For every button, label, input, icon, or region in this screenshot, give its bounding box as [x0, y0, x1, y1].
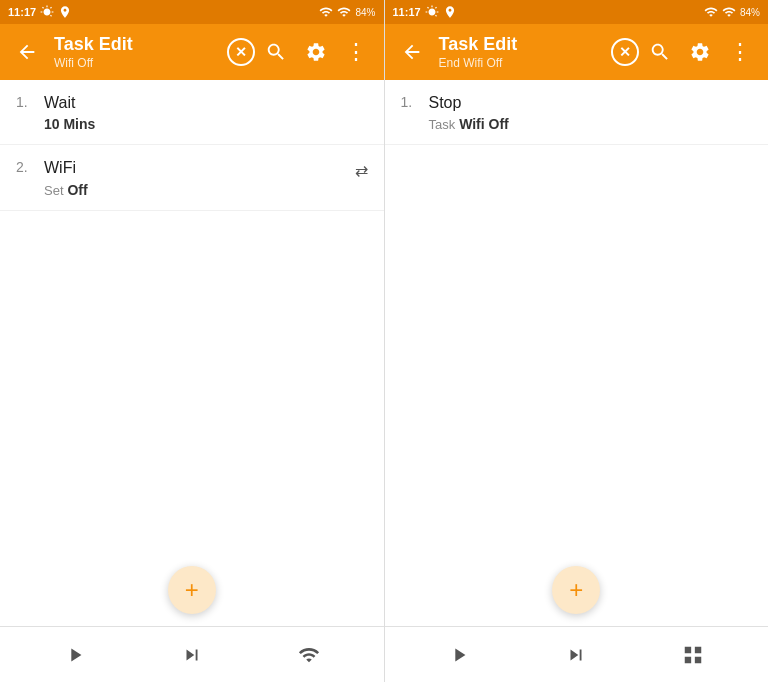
- task-item-right-1[interactable]: 1. Stop Task Wifi Off: [385, 80, 769, 145]
- play-button-right[interactable]: [440, 636, 478, 674]
- wifi-bottom-icon-left: [298, 644, 320, 666]
- panel-left: 11:17 84% Task Edit Wifi Off: [0, 0, 385, 682]
- location-icon-right: [443, 5, 457, 19]
- play-icon-left: [64, 644, 86, 666]
- alarm-icon-left: [40, 5, 54, 19]
- toolbar-actions-right: ✕ ⋮: [611, 31, 760, 73]
- task-detail-value-2: Off: [67, 182, 87, 198]
- close-button-left[interactable]: ✕: [227, 38, 255, 66]
- location-icon-left: [58, 5, 72, 19]
- task-detail-value-right-1: Wifi Off: [459, 116, 509, 132]
- settings-button-left[interactable]: [297, 33, 335, 71]
- task-content-right-1: Stop Task Wifi Off: [429, 92, 753, 132]
- more-button-right[interactable]: ⋮: [721, 31, 760, 73]
- status-left-group: 11:17: [8, 5, 72, 19]
- wifi-bottom-left[interactable]: [290, 636, 328, 674]
- task-number-right-1: 1.: [401, 92, 421, 110]
- toolbar-actions-left: ✕ ⋮: [227, 31, 376, 73]
- search-icon-left: [265, 41, 287, 63]
- task-detail-label-2: Set: [44, 183, 64, 198]
- wifi-icon-left: [337, 5, 351, 19]
- battery-right: 84%: [740, 7, 760, 18]
- skip-next-icon-left: [181, 644, 203, 666]
- skip-next-button-right[interactable]: [557, 636, 595, 674]
- status-right-group-left: 84%: [319, 5, 375, 19]
- play-icon-right: [448, 644, 470, 666]
- search-button-left[interactable]: [257, 33, 295, 71]
- task-number-2: 2.: [16, 157, 36, 175]
- task-detail-value-1: 10 Mins: [44, 116, 95, 132]
- alarm-icon-right: [425, 5, 439, 19]
- status-bar-left: 11:17 84%: [0, 0, 384, 24]
- toolbar-subtitle-left: Wifi Off: [54, 56, 223, 70]
- play-button-left[interactable]: [56, 636, 94, 674]
- search-icon-right: [649, 41, 671, 63]
- status-left-group-right: 11:17: [393, 5, 457, 19]
- task-detail-1: 10 Mins: [44, 116, 368, 132]
- toolbar-title-right: Task Edit End Wifi Off: [435, 34, 608, 70]
- grid-button-right[interactable]: [674, 636, 712, 674]
- skip-next-icon-right: [565, 644, 587, 666]
- back-icon-right: [401, 41, 423, 63]
- toolbar-subtitle-right: End Wifi Off: [439, 56, 608, 70]
- close-button-right[interactable]: ✕: [611, 38, 639, 66]
- panel-right: 11:17 84% Task Edit End Wifi Off ✕: [385, 0, 769, 682]
- settings-icon-left: [305, 41, 327, 63]
- settings-button-right[interactable]: [681, 33, 719, 71]
- toolbar-right: Task Edit End Wifi Off ✕ ⋮: [385, 24, 769, 80]
- toolbar-left: Task Edit Wifi Off ✕ ⋮: [0, 24, 384, 80]
- toolbar-title-left: Task Edit Wifi Off: [50, 34, 223, 70]
- toolbar-title-main-left: Task Edit: [54, 34, 223, 56]
- bottom-area-right: +: [385, 586, 769, 682]
- task-detail-task-label-right-1: Task: [429, 117, 456, 132]
- task-list-left: 1. Wait 10 Mins 2. WiFi Set Off ⇄: [0, 80, 384, 586]
- status-time-left: 11:17: [8, 6, 36, 18]
- back-button-left[interactable]: [8, 33, 46, 71]
- status-bar-right: 11:17 84%: [385, 0, 769, 24]
- signal-icon-left: [319, 5, 333, 19]
- task-detail-2: Set Off: [44, 182, 347, 198]
- task-list-right: 1. Stop Task Wifi Off: [385, 80, 769, 586]
- back-icon-left: [16, 41, 38, 63]
- settings-icon-right: [689, 41, 711, 63]
- task-name-1: Wait: [44, 92, 368, 114]
- status-time-right: 11:17: [393, 6, 421, 18]
- toolbar-title-main-right: Task Edit: [439, 34, 608, 56]
- swap-arrow-icon: ⇄: [355, 157, 368, 180]
- grid-icon-right: [682, 644, 704, 666]
- task-item-2[interactable]: 2. WiFi Set Off ⇄: [0, 145, 384, 210]
- search-button-right[interactable]: [641, 33, 679, 71]
- bottom-bar-left: [0, 626, 384, 682]
- fab-label-right: +: [569, 576, 583, 604]
- signal-icon-right: [704, 5, 718, 19]
- task-content-1: Wait 10 Mins: [44, 92, 368, 132]
- wifi-icon-right: [722, 5, 736, 19]
- status-right-group-right: 84%: [704, 5, 760, 19]
- bottom-bar-right: [385, 626, 769, 682]
- task-number-1: 1.: [16, 92, 36, 110]
- task-content-2: WiFi Set Off: [44, 157, 347, 197]
- skip-next-button-left[interactable]: [173, 636, 211, 674]
- fab-button-left[interactable]: +: [168, 566, 216, 614]
- task-detail-right-1: Task Wifi Off: [429, 116, 753, 132]
- fab-button-right[interactable]: +: [552, 566, 600, 614]
- task-item-1[interactable]: 1. Wait 10 Mins: [0, 80, 384, 145]
- back-button-right[interactable]: [393, 33, 431, 71]
- bottom-area-left: +: [0, 586, 384, 682]
- task-name-2: WiFi: [44, 157, 347, 179]
- battery-left: 84%: [355, 7, 375, 18]
- fab-label-left: +: [185, 576, 199, 604]
- more-button-left[interactable]: ⋮: [337, 31, 376, 73]
- task-name-right-1: Stop: [429, 92, 753, 114]
